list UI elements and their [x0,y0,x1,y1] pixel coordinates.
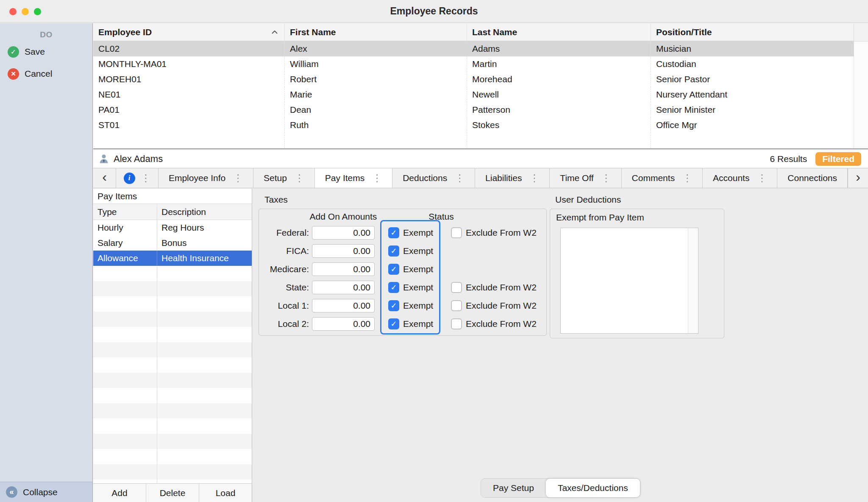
last-name-cell: Adams [467,41,651,56]
tab-comments[interactable]: Comments ⋮ [622,168,703,188]
local-2-exempt-checkbox[interactable] [388,318,399,329]
tab-accounts[interactable]: Accounts ⋮ [703,168,777,188]
tabs-scroll-left-button[interactable]: ‹ [93,168,116,188]
titlebar: Employee Records [0,0,868,23]
column-header-last-name[interactable]: Last Name [467,23,651,41]
medicare-addon-input[interactable] [312,262,375,276]
local-2-addon-input[interactable] [312,317,375,331]
last-name-cell: Martin [467,56,651,72]
first-name-cell: Dean [285,102,467,117]
tab-menu-icon[interactable]: ⋮ [372,173,382,183]
fica-label: FICA: [259,246,309,256]
tab-menu-icon[interactable]: ⋮ [529,173,539,183]
employee-table-scrollbar[interactable] [854,23,868,148]
tab-menu-icon[interactable]: ⋮ [682,173,692,183]
exempt-from-pay-item-listbox[interactable] [560,228,698,334]
cancel-button[interactable]: × Cancel [0,64,92,84]
position-cell: Senior Minister [651,102,854,117]
employee-row[interactable]: MONTHLY-MA01 William Martin Custodian [93,56,868,72]
filtered-badge[interactable]: Filtered [815,152,861,166]
minimize-window-button[interactable] [22,8,29,15]
tab-liabilities[interactable]: Liabilities ⋮ [475,168,550,188]
subtab-pay-setup[interactable]: Pay Setup [481,479,546,497]
load-pay-item-button[interactable]: Load [199,484,252,502]
federal-addon-input[interactable] [312,226,375,240]
employee-row[interactable]: NE01 Marie Newell Nursery Attendant [93,87,868,102]
fica-addon-input[interactable] [312,244,375,258]
tab-pay-items[interactable]: Pay Items ⋮ [315,168,392,188]
tax-row-medicare: Medicare: Exempt [259,260,546,278]
first-name-cell: Marie [285,87,467,102]
pay-item-row[interactable]: Hourly Reg Hours [93,220,252,235]
employee-row[interactable]: ST01 Ruth Stokes Office Mgr [93,117,868,133]
tab-info[interactable]: i ⋮ [116,168,159,188]
column-header-description[interactable]: Description [157,204,252,220]
listbox-scrollbar[interactable] [688,228,698,333]
local-1-exclude-w2-checkbox[interactable] [451,300,462,311]
empty-cell [93,133,285,148]
sidebar: DO ✓ Save × Cancel « Collapse [0,23,93,502]
last-name-cell: Stokes [467,117,651,133]
exempt-label: Exempt [403,264,433,274]
tab-menu-icon[interactable]: ⋮ [455,173,465,183]
add-pay-item-button[interactable]: Add [93,484,146,502]
federal-exempt-checkbox[interactable] [388,227,399,238]
position-title-header-label: Position/Title [656,27,712,37]
tab-label: Liabilities [485,173,522,183]
tab-label: Comments [632,173,675,183]
employee-row[interactable]: CL02 Alex Adams Musician [93,41,868,56]
save-button[interactable]: ✓ Save [0,42,92,61]
employee-id-cell: NE01 [93,87,285,102]
tab-time-off[interactable]: Time Off ⋮ [550,168,621,188]
collapse-chevrons-icon: « [6,486,17,498]
taxes-group-box: Add On Amounts Status Federal: Exempt Ex [259,209,547,336]
window-title: Employee Records [0,6,868,17]
local-1-label: Local 1: [259,301,309,311]
medicare-exempt-checkbox[interactable] [388,264,399,275]
local-2-exclude-w2-checkbox[interactable] [451,318,462,329]
close-window-button[interactable] [9,8,17,15]
pay-item-description-cell: Reg Hours [157,220,252,235]
pay-item-description-cell: Bonus [157,235,252,251]
last-name-cell: Morehead [467,72,651,87]
tab-menu-icon[interactable]: ⋮ [295,173,304,183]
zoom-window-button[interactable] [34,8,41,15]
column-header-position-title[interactable]: Position/Title [651,23,854,41]
tab-menu-icon[interactable]: ⋮ [141,173,151,183]
state-exempt-checkbox[interactable] [388,282,399,293]
pay-item-row[interactable]: Salary Bonus [93,235,252,251]
tab-menu-icon[interactable]: ⋮ [757,173,767,183]
pay-item-type-cell: Hourly [93,220,157,235]
employee-row[interactable]: PA01 Dean Patterson Senior Minister [93,102,868,117]
exempt-label: Exempt [403,282,433,293]
tab-employee-info[interactable]: Employee Info ⋮ [159,168,253,188]
cancel-x-icon: × [8,68,19,80]
tabs-scroll-right-button[interactable]: › [848,168,868,188]
pay-items-column-headers: Type Description [93,204,252,220]
exclude-w2-label: Exclude From W2 [466,301,537,311]
column-header-type[interactable]: Type [93,204,157,220]
tab-menu-icon[interactable]: ⋮ [233,173,243,183]
person-icon [98,153,109,165]
local-1-exempt-checkbox[interactable] [388,300,399,311]
local-1-addon-input[interactable] [312,299,375,312]
delete-pay-item-button[interactable]: Delete [146,484,199,502]
tab-deductions[interactable]: Deductions ⋮ [392,168,475,188]
tab-setup[interactable]: Setup ⋮ [253,168,315,188]
tab-label: Accounts [713,173,749,183]
employee-row[interactable]: MOREH01 Robert Morehead Senior Pastor [93,72,868,87]
state-addon-input[interactable] [312,281,375,294]
collapse-button[interactable]: « Collapse [0,482,92,502]
tab-connections[interactable]: Connections [777,168,848,188]
subtab-taxes-deductions[interactable]: Taxes/Deductions [546,479,640,497]
column-header-first-name[interactable]: First Name [285,23,467,41]
federal-exclude-w2-checkbox[interactable] [451,227,462,238]
state-exclude-w2-checkbox[interactable] [451,282,462,293]
column-header-employee-id[interactable]: Employee ID [93,23,285,41]
add-on-amounts-header: Add On Amounts [290,212,396,222]
pay-item-row[interactable]: Allowance Health Insurance [93,251,252,266]
tab-label: Employee Info [169,173,225,183]
fica-exempt-checkbox[interactable] [388,245,399,257]
state-label: State: [259,282,309,293]
tab-menu-icon[interactable]: ⋮ [601,173,611,183]
